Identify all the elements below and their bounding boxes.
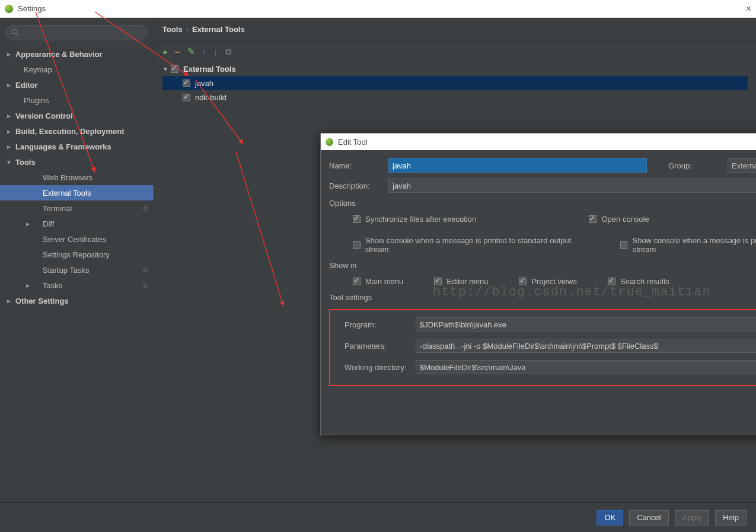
ext-tool-item[interactable]: ndk-build [162,90,748,104]
sidebar-item[interactable]: ►Tasks⧉ [0,278,154,293]
checkbox-icon[interactable] [171,65,178,73]
sidebar-item[interactable]: Startup Tasks⧉ [0,262,154,278]
scope-badge: ⧉ [143,282,148,289]
sidebar-item[interactable]: ►Other Settings [0,293,154,308]
sidebar-item[interactable]: External Tools [0,185,154,200]
sidebar-item[interactable]: Terminal⧉ [0,200,154,216]
add-icon[interactable]: + [162,47,168,57]
search-input[interactable] [6,25,148,40]
checkbox-icon[interactable] [183,79,190,87]
window-title: Settings [18,4,46,13]
dialog-title: Edit Tool [338,138,368,146]
options-heading: Options [329,199,756,208]
showin-checkbox[interactable]: Search results [608,277,669,286]
sidebar-item[interactable]: Plugins [0,93,154,108]
description-label: Description: [329,181,381,190]
ext-tool-label: javah [195,79,213,88]
settings-button-bar: OK Cancel Apply Help [0,502,756,532]
search-icon [11,28,20,37]
showin-checkbox[interactable]: Project views [519,277,577,286]
sidebar-item-label: Version Control [15,112,73,120]
sidebar-item-label: Terminal [43,204,72,213]
sidebar-item[interactable]: ►Editor [0,77,154,93]
ext-tool-item[interactable]: javah [162,76,748,90]
sidebar-item[interactable]: Keymap [0,62,154,77]
sidebar-item-label: Build, Execution, Deployment [15,127,124,136]
workdir-input[interactable] [416,360,756,374]
stdout-checkbox[interactable]: Show console when a message is printed t… [353,236,592,254]
name-input[interactable] [388,158,647,173]
program-input[interactable] [416,317,756,332]
toolsettings-heading: Tool settings [329,293,756,302]
group-value: External Tools [732,161,756,170]
parameters-label: Parameters: [334,342,410,351]
sidebar-item-label: Server Certificates [43,235,106,244]
stderr-checkbox[interactable]: Show console when a message is printed t… [620,236,757,254]
showin-checkbox[interactable]: Editor menu [434,277,488,286]
ext-tree-root[interactable]: ▼ External Tools [162,62,748,76]
breadcrumb-leaf: External Tools [192,25,245,34]
arrow-icon: ► [25,221,32,227]
sidebar-item-label: Startup Tasks [43,266,90,275]
parameters-input[interactable] [416,339,756,353]
checkbox-icon [519,278,527,285]
sidebar-item-label: Editor [15,81,38,90]
checkbox-icon [608,278,615,285]
arrow-icon: ► [6,298,13,304]
settings-tree: ►Appearance & BehaviorKeymap►EditorPlugi… [0,46,154,308]
ext-tool-label: ndk-build [195,93,227,102]
sidebar-item[interactable]: ►Languages & Frameworks [0,139,154,154]
group-dropdown[interactable]: External Tools ▾ [728,158,756,173]
sidebar-item[interactable]: ►Build, Execution, Deployment [0,123,154,139]
arrow-icon: ► [6,82,13,88]
sync-checkbox[interactable]: Synchronize files after execution [353,215,476,224]
arrow-icon: ► [6,51,13,58]
move-down-icon[interactable]: ↓ [213,47,218,57]
apply-button[interactable]: Apply [675,510,710,525]
sidebar-item[interactable]: ▼Tools [0,154,154,170]
search-box [6,25,148,40]
help-button[interactable]: Help [715,510,747,525]
external-tools-tree: ▼ External Tools javahndk-build [154,62,756,110]
showin-checkbox[interactable]: Main menu [353,277,403,286]
program-label: Program: [334,320,410,329]
sidebar-item-label: External Tools [43,189,91,197]
cancel-button[interactable]: Cancel [629,510,668,525]
scope-badge: ⧉ [143,266,148,274]
sidebar-item-label: Tools [15,158,36,167]
move-up-icon[interactable]: ↑ [202,47,207,57]
close-icon[interactable]: × [746,4,751,14]
sidebar-item[interactable]: ►Diff [0,216,154,231]
sidebar-item-label: Tasks [43,281,62,290]
sidebar-item-label: Appearance & Behavior [15,50,103,59]
ok-button[interactable]: OK [596,510,623,525]
group-label: Group: [668,161,720,170]
app-icon [5,5,13,13]
remove-icon[interactable]: − [175,47,180,57]
sidebar-item[interactable]: Settings Repository [0,247,154,262]
checkbox-icon [434,278,442,285]
sidebar-item-label: Other Settings [15,297,69,305]
sidebar-item-label: Settings Repository [43,250,110,259]
checkbox-icon [353,278,361,285]
arrow-icon: ▼ [6,159,13,165]
sidebar-item[interactable]: ►Version Control [0,108,154,123]
arrow-icon: ► [25,282,32,289]
copy-icon[interactable]: ⧉ [225,46,232,57]
workdir-label: Working directory: [334,363,410,372]
sidebar-item[interactable]: Web Browsers [0,170,154,185]
open-console-checkbox[interactable]: Open console [589,215,649,224]
sidebar-item-label: Plugins [24,96,49,105]
ext-tools-toolbar: + − ✎ ↑ ↓ ⧉ [154,42,756,62]
checkbox-icon[interactable] [183,94,190,101]
sidebar-item[interactable]: Server Certificates [0,231,154,247]
arrow-icon: ► [6,128,13,135]
sidebar-item[interactable]: ►Appearance & Behavior [0,46,154,62]
description-input[interactable] [388,179,756,193]
checkbox-icon [353,215,361,223]
showin-heading: Show in [329,261,756,270]
checkbox-icon [620,241,628,249]
content-area: Tools › External Tools + − ✎ ↑ ↓ ⧉ ▼ Ext… [154,18,756,502]
edit-icon[interactable]: ✎ [187,46,195,57]
svg-point-0 [12,29,17,34]
